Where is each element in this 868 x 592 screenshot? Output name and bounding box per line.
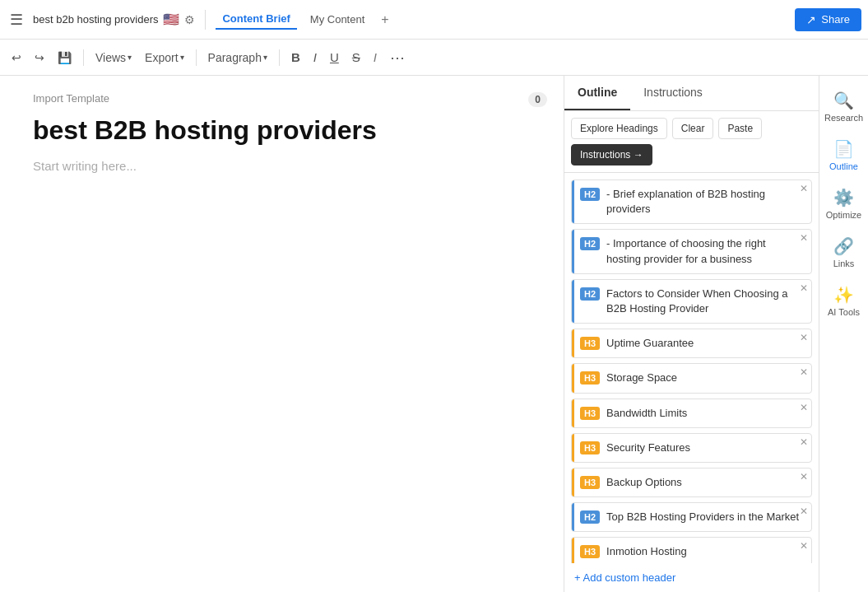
outline-actions: Explore Headings Clear Paste Instruction…	[564, 111, 819, 173]
item-bar-6	[572, 434, 574, 462]
add-custom-header[interactable]: + Add custom header	[564, 563, 819, 592]
flag-icon: 🇺🇸	[163, 12, 179, 27]
item-bar-0	[572, 180, 574, 223]
heading-badge-1: H2	[580, 237, 600, 250]
outline-item-text-1: - Importance of choosing the right hosti…	[606, 236, 803, 266]
outline-item-text-8: Top B2B Hosting Providers in the Market	[606, 510, 803, 524]
outline-item-text-5: Bandwidth Limits	[606, 406, 803, 421]
toolbar-divider-3	[279, 49, 280, 66]
paragraph-dropdown[interactable]: Paragraph ▾	[203, 48, 272, 68]
outline-item-5: H3Bandwidth Limits✕	[571, 399, 812, 428]
sidebar-links-label: Links	[833, 259, 855, 268]
outline-item-text-0: - Brief explanation of B2B hosting provi…	[606, 187, 803, 217]
outline-item-3: H3Uptime Guarantee✕	[571, 329, 812, 358]
right-panel: Outline Instructions Explore Headings Cl…	[564, 76, 868, 592]
document-title[interactable]: best B2B hosting providers	[33, 114, 531, 146]
tab-instructions[interactable]: Instructions	[630, 76, 716, 110]
more-options-button[interactable]: ⋯	[385, 45, 410, 70]
paste-button[interactable]: Paste	[718, 118, 762, 139]
sidebar-item-research[interactable]: 🔍 Research	[819, 82, 868, 131]
italic2-button[interactable]: I	[369, 47, 382, 68]
optimize-icon: ⚙️	[833, 188, 854, 207]
outline-item-close-1[interactable]: ✕	[800, 233, 808, 243]
tab-outline[interactable]: Outline	[564, 76, 630, 110]
outline-item-close-2[interactable]: ✕	[800, 283, 808, 293]
outline-panel: Outline Instructions Explore Headings Cl…	[564, 76, 819, 592]
outline-item-close-5[interactable]: ✕	[800, 403, 808, 413]
paragraph-dropdown-arrow: ▾	[263, 53, 267, 62]
editor-area[interactable]: 0 Import Template best B2B hosting provi…	[0, 76, 564, 592]
top-bar: ☰ best b2b hosting providers 🇺🇸 ⚙ Conten…	[0, 0, 868, 40]
item-bar-8	[572, 503, 574, 531]
heading-badge-3: H3	[580, 337, 600, 350]
tab-content-brief[interactable]: Content Brief	[216, 9, 296, 30]
menu-icon[interactable]: ☰	[7, 7, 26, 32]
outline-item-2: H2Factors to Consider When Choosing a B2…	[571, 279, 812, 324]
outline-item-close-6[interactable]: ✕	[800, 437, 808, 447]
outline-item-text-7: Backup Options	[606, 475, 803, 490]
import-template-link[interactable]: Import Template	[33, 92, 531, 105]
item-bar-3	[572, 329, 574, 357]
item-bar-7	[572, 468, 574, 496]
outline-item-close-7[interactable]: ✕	[800, 472, 808, 482]
outline-item-close-8[interactable]: ✕	[800, 506, 808, 516]
outline-item-7: H3Backup Options✕	[571, 468, 812, 497]
instructions-button[interactable]: Instructions →	[571, 144, 652, 165]
item-bar-9	[572, 538, 574, 563]
share-icon: ↗	[806, 13, 816, 26]
main-content: 0 Import Template best B2B hosting provi…	[0, 76, 868, 592]
item-bar-4	[572, 364, 574, 392]
undo-button[interactable]: ↩	[7, 48, 26, 68]
outline-item-9: H3Inmotion Hosting✕	[571, 537, 812, 563]
italic-button[interactable]: I	[309, 47, 322, 68]
share-button[interactable]: ↗ Share	[795, 8, 861, 31]
outline-item-4: H3Storage Space✕	[571, 363, 812, 393]
outline-item-text-6: Security Features	[606, 441, 803, 455]
toolbar-divider-2	[196, 49, 197, 66]
sidebar-optimize-label: Optimize	[826, 210, 861, 220]
outline-item-1: H2- Importance of choosing the right hos…	[571, 229, 812, 273]
outline-item-text-4: Storage Space	[606, 371, 803, 385]
word-count-badge: 0	[528, 92, 547, 107]
outline-item-close-4[interactable]: ✕	[800, 367, 808, 377]
underline-button[interactable]: U	[325, 47, 344, 68]
outline-item-6: H3Security Features✕	[571, 433, 812, 463]
outline-item-close-9[interactable]: ✕	[800, 541, 808, 551]
toolbar-divider-1	[83, 49, 84, 66]
heading-badge-5: H3	[580, 407, 600, 420]
outline-item-close-0[interactable]: ✕	[800, 184, 808, 193]
sidebar-research-label: Research	[824, 113, 863, 123]
outline-item-8: H2Top B2B Hosting Providers in the Marke…	[571, 502, 812, 532]
editor-placeholder[interactable]: Start writing here...	[33, 159, 531, 173]
strikethrough-button[interactable]: S	[347, 47, 365, 68]
sidebar-item-outline[interactable]: 📄 Outline	[819, 131, 868, 179]
export-dropdown-arrow: ▾	[180, 53, 184, 62]
divider	[205, 10, 206, 30]
clear-button[interactable]: Clear	[672, 118, 714, 139]
tab-add[interactable]: +	[378, 9, 392, 30]
export-dropdown[interactable]: Export ▾	[140, 48, 188, 68]
outline-list: H2- Brief explanation of B2B hosting pro…	[564, 173, 819, 563]
views-dropdown[interactable]: Views ▾	[91, 48, 137, 68]
item-bar-2	[572, 280, 574, 323]
tab-my-content[interactable]: My Content	[304, 10, 371, 29]
heading-badge-7: H3	[580, 476, 600, 489]
sidebar-ai-tools-label: AI Tools	[828, 307, 860, 317]
document-title-text: best b2b hosting providers	[33, 13, 158, 26]
links-icon: 🔗	[833, 236, 854, 256]
sidebar-item-optimize[interactable]: ⚙️ Optimize	[819, 179, 868, 228]
outline-item-text-9: Inmotion Hosting	[606, 544, 803, 559]
outline-item-close-3[interactable]: ✕	[800, 333, 808, 343]
icon-sidebar: 🔍 Research 📄 Outline ⚙️ Optimize 🔗 Links…	[819, 76, 868, 592]
ai-tools-icon: ✨	[833, 285, 854, 305]
item-bar-1	[572, 230, 574, 273]
explore-headings-button[interactable]: Explore Headings	[571, 118, 667, 139]
gear-icon[interactable]: ⚙	[184, 13, 195, 26]
outline-item-text-2: Factors to Consider When Choosing a B2B …	[606, 287, 803, 316]
sidebar-item-ai-tools[interactable]: ✨ AI Tools	[819, 277, 868, 325]
bold-button[interactable]: B	[286, 47, 305, 68]
item-bar-5	[572, 399, 574, 427]
redo-button[interactable]: ↪	[30, 48, 49, 68]
save-button[interactable]: 💾	[53, 48, 77, 68]
sidebar-item-links[interactable]: 🔗 Links	[819, 228, 868, 277]
